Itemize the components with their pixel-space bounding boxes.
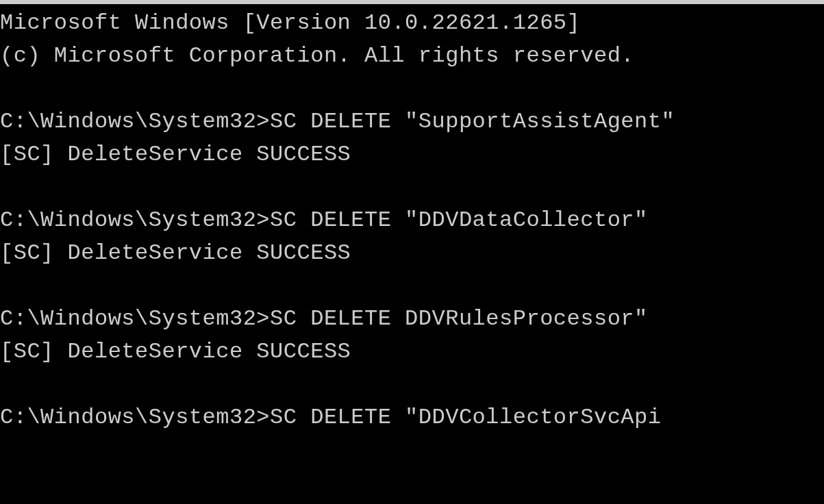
command-line: C:\Windows\System32>SC DELETE "DDVCollec… — [0, 401, 824, 434]
response-line: [SC] DeleteService SUCCESS — [0, 138, 824, 171]
response-line: [SC] DeleteService SUCCESS — [0, 336, 824, 368]
response-line: [SC] DeleteService SUCCESS — [0, 237, 824, 270]
command-line: C:\Windows\System32>SC DELETE "DDVDataCo… — [0, 204, 824, 237]
blank-line — [0, 368, 824, 401]
command-line: C:\Windows\System32>SC DELETE "SupportAs… — [0, 105, 824, 138]
command-line: C:\Windows\System32>SC DELETE DDVRulesPr… — [0, 303, 824, 336]
blank-line — [0, 73, 824, 105]
copyright-line: (c) Microsoft Corporation. All rights re… — [0, 40, 824, 73]
terminal-output[interactable]: Microsoft Windows [Version 10.0.22621.12… — [0, 4, 824, 434]
blank-line — [0, 171, 824, 204]
version-line: Microsoft Windows [Version 10.0.22621.12… — [0, 7, 824, 40]
blank-line — [0, 270, 824, 303]
